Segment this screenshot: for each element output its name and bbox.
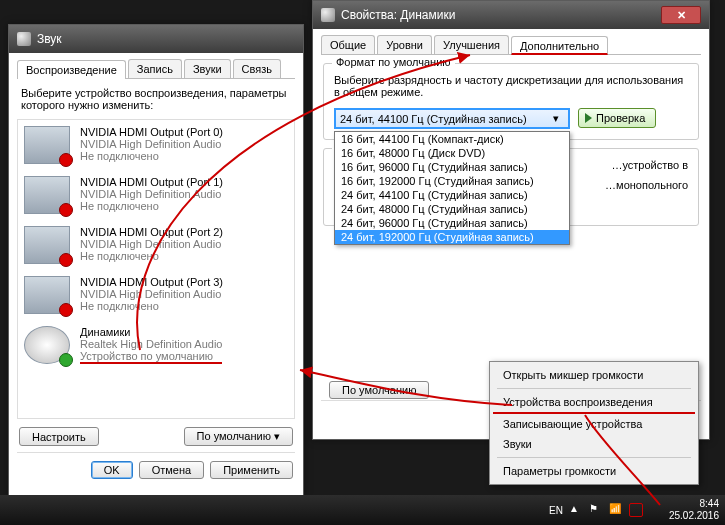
system-tray: EN ▲ ⚑ 📶 8:44 25.02.2016	[549, 498, 719, 522]
monitor-icon	[24, 126, 70, 164]
tab-general[interactable]: Общие	[321, 35, 375, 54]
device-name: NVIDIA HDMI Output (Port 1)	[80, 176, 223, 188]
combo-value: 24 бит, 44100 Гц (Студийная запись)	[340, 113, 527, 125]
sound-title: Звук	[37, 32, 62, 46]
clock-time: 8:44	[669, 498, 719, 510]
device-driver: NVIDIA High Definition Audio	[80, 238, 223, 250]
sound-hint: Выберите устройство воспроизведения, пар…	[17, 79, 295, 119]
device-row[interactable]: NVIDIA HDMI Output (Port 0) NVIDIA High …	[18, 120, 294, 170]
clock-date: 25.02.2016	[669, 510, 719, 522]
dropdown-option[interactable]: 16 бит, 48000 Гц (Диск DVD)	[335, 146, 569, 160]
tab-enhance[interactable]: Улучшения	[434, 35, 509, 54]
tab-record[interactable]: Запись	[128, 59, 182, 78]
device-name: NVIDIA HDMI Output (Port 0)	[80, 126, 223, 138]
sound-tabs: Воспроизведение Запись Звуки Связь	[17, 59, 295, 79]
set-default-button[interactable]: По умолчанию ▾	[184, 427, 293, 446]
configure-button[interactable]: Настроить	[19, 427, 99, 446]
device-driver: NVIDIA High Definition Audio	[80, 188, 223, 200]
device-row[interactable]: NVIDIA HDMI Output (Port 3) NVIDIA High …	[18, 270, 294, 320]
device-state: Не подключено	[80, 300, 223, 312]
menu-volume-options[interactable]: Параметры громкости	[493, 461, 695, 481]
volume-icon[interactable]	[629, 503, 643, 517]
tab-playback[interactable]: Воспроизведение	[17, 60, 126, 79]
dropdown-option[interactable]: 24 бит, 44100 Гц (Студийная запись)	[335, 188, 569, 202]
menu-recording-devices[interactable]: Записывающие устройства	[493, 414, 695, 434]
shield-icon	[321, 8, 335, 22]
test-button[interactable]: Проверка	[578, 108, 656, 128]
tray-icon[interactable]: ▲	[569, 503, 583, 517]
device-row[interactable]: NVIDIA HDMI Output (Port 2) NVIDIA High …	[18, 220, 294, 270]
menu-playback-devices[interactable]: Устройства воспроизведения	[493, 392, 695, 414]
clock[interactable]: 8:44 25.02.2016	[669, 498, 719, 522]
dropdown-option[interactable]: 16 бит, 44100 Гц (Компакт-диск)	[335, 132, 569, 146]
default-format-group: Формат по умолчанию Выберите разрядность…	[323, 63, 699, 140]
taskbar: EN ▲ ⚑ 📶 8:44 25.02.2016	[0, 495, 725, 525]
device-state: Устройство по умолчанию	[80, 350, 222, 364]
lang-indicator[interactable]: EN	[549, 505, 563, 516]
close-icon[interactable]: ✕	[661, 6, 701, 24]
device-name: Динамики	[80, 326, 222, 338]
sound-titlebar[interactable]: Звук	[9, 25, 303, 53]
monitor-icon	[24, 176, 70, 214]
tray-icon[interactable]	[649, 503, 663, 517]
monitor-icon	[24, 226, 70, 264]
ok-button[interactable]: OK	[91, 461, 133, 479]
device-state: Не подключено	[80, 200, 223, 212]
group-legend: Формат по умолчанию	[332, 56, 455, 68]
monitor-icon	[24, 276, 70, 314]
device-row[interactable]: NVIDIA HDMI Output (Port 1) NVIDIA High …	[18, 170, 294, 220]
props-title: Свойства: Динамики	[341, 8, 455, 22]
menu-open-mixer[interactable]: Открыть микшер громкости	[493, 365, 695, 385]
menu-sounds[interactable]: Звуки	[493, 434, 695, 454]
device-driver: NVIDIA High Definition Audio	[80, 138, 223, 150]
dropdown-option-selected[interactable]: 24 бит, 192000 Гц (Студийная запись)	[335, 230, 569, 244]
sound-window: Звук Воспроизведение Запись Звуки Связь …	[8, 24, 304, 496]
tray-context-menu: Открыть микшер громкости Устройства восп…	[489, 361, 699, 485]
restore-defaults-button[interactable]: По умолчанию	[329, 381, 429, 399]
format-dropdown[interactable]: 16 бит, 44100 Гц (Компакт-диск) 16 бит, …	[334, 131, 570, 245]
device-driver: Realtek High Definition Audio	[80, 338, 222, 350]
action-center-icon[interactable]: ⚑	[589, 503, 603, 517]
tab-sounds[interactable]: Звуки	[184, 59, 231, 78]
device-name: NVIDIA HDMI Output (Port 2)	[80, 226, 223, 238]
device-row-default[interactable]: Динамики Realtek High Definition Audio У…	[18, 320, 294, 370]
dropdown-option[interactable]: 24 бит, 48000 Гц (Студийная запись)	[335, 202, 569, 216]
dropdown-option[interactable]: 16 бит, 192000 Гц (Студийная запись)	[335, 174, 569, 188]
tab-levels[interactable]: Уровни	[377, 35, 432, 54]
speaker-icon	[24, 326, 70, 364]
props-titlebar[interactable]: Свойства: Динамики ✕	[313, 1, 709, 29]
device-state: Не подключено	[80, 150, 223, 162]
props-tabs: Общие Уровни Улучшения Дополнительно	[321, 35, 701, 55]
apply-button[interactable]: Применить	[210, 461, 293, 479]
cancel-button[interactable]: Отмена	[139, 461, 204, 479]
device-driver: NVIDIA High Definition Audio	[80, 288, 223, 300]
device-name: NVIDIA HDMI Output (Port 3)	[80, 276, 223, 288]
chevron-down-icon: ▾	[548, 112, 564, 125]
network-icon[interactable]: 📶	[609, 503, 623, 517]
device-list[interactable]: NVIDIA HDMI Output (Port 0) NVIDIA High …	[17, 119, 295, 419]
shield-icon	[17, 32, 31, 46]
dropdown-option[interactable]: 16 бит, 96000 Гц (Студийная запись)	[335, 160, 569, 174]
play-icon	[585, 113, 592, 123]
format-combobox[interactable]: 24 бит, 44100 Гц (Студийная запись) ▾ 16…	[334, 108, 570, 129]
tab-comm[interactable]: Связь	[233, 59, 281, 78]
device-state: Не подключено	[80, 250, 223, 262]
dropdown-option[interactable]: 24 бит, 96000 Гц (Студийная запись)	[335, 216, 569, 230]
tab-advanced[interactable]: Дополнительно	[511, 36, 608, 55]
group-text: Выберите разрядность и частоту дискретиз…	[334, 74, 688, 98]
